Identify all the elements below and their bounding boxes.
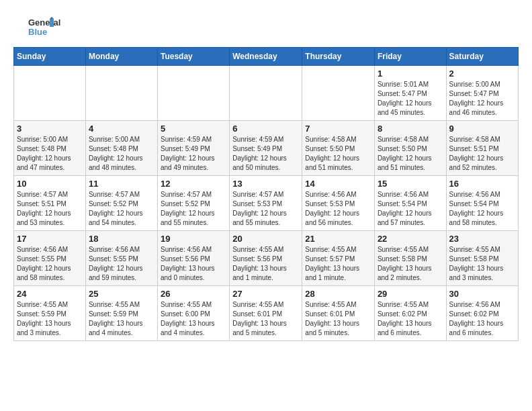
day-info: Sunrise: 4:58 AM Sunset: 5:50 PM Dayligh… [378,135,443,173]
day-number: 24 [17,289,83,299]
calendar-cell: 20Sunrise: 4:55 AM Sunset: 5:56 PM Dayli… [230,231,302,286]
calendar-cell: 25Sunrise: 4:55 AM Sunset: 5:59 PM Dayli… [85,286,157,341]
calendar-cell: 10Sunrise: 4:57 AM Sunset: 5:51 PM Dayli… [14,176,86,231]
calendar-cell: 17Sunrise: 4:56 AM Sunset: 5:55 PM Dayli… [14,231,86,286]
calendar-cell: 19Sunrise: 4:56 AM Sunset: 5:56 PM Dayli… [158,231,230,286]
calendar-week-row: 24Sunrise: 4:55 AM Sunset: 5:59 PM Dayli… [14,286,519,341]
day-info: Sunrise: 5:01 AM Sunset: 5:47 PM Dayligh… [378,80,443,118]
calendar-cell: 28Sunrise: 4:55 AM Sunset: 6:01 PM Dayli… [302,286,375,341]
day-number: 25 [89,289,154,299]
day-info: Sunrise: 5:00 AM Sunset: 5:48 PM Dayligh… [89,135,154,173]
day-number: 29 [378,289,443,299]
day-number: 4 [89,124,154,134]
day-number: 22 [378,234,443,244]
day-number: 5 [161,124,226,134]
svg-marker-2 [50,19,54,27]
calendar-cell: 1Sunrise: 5:01 AM Sunset: 5:47 PM Daylig… [374,66,446,121]
calendar-cell: 6Sunrise: 4:59 AM Sunset: 5:49 PM Daylig… [230,121,302,176]
day-info: Sunrise: 4:55 AM Sunset: 6:00 PM Dayligh… [161,300,226,338]
calendar-body: 1Sunrise: 5:01 AM Sunset: 5:47 PM Daylig… [14,66,519,341]
day-number: 8 [378,124,443,134]
day-info: Sunrise: 4:59 AM Sunset: 5:49 PM Dayligh… [161,135,226,173]
calendar-cell [85,66,157,121]
calendar-cell [230,66,302,121]
day-number: 15 [378,179,443,189]
day-number: 6 [232,124,299,134]
calendar-cell: 23Sunrise: 4:55 AM Sunset: 5:58 PM Dayli… [446,231,518,286]
day-info: Sunrise: 4:57 AM Sunset: 5:52 PM Dayligh… [89,190,154,228]
calendar-cell: 14Sunrise: 4:56 AM Sunset: 5:53 PM Dayli… [302,176,375,231]
calendar-cell: 2Sunrise: 5:00 AM Sunset: 5:47 PM Daylig… [446,66,518,121]
day-number: 9 [449,124,515,134]
logo: General Blue [13,13,67,40]
calendar-cell: 15Sunrise: 4:56 AM Sunset: 5:54 PM Dayli… [374,176,446,231]
calendar-cell: 5Sunrise: 4:59 AM Sunset: 5:49 PM Daylig… [158,121,230,176]
day-info: Sunrise: 4:55 AM Sunset: 6:02 PM Dayligh… [378,300,443,338]
calendar-cell: 22Sunrise: 4:55 AM Sunset: 5:58 PM Dayli… [374,231,446,286]
day-info: Sunrise: 4:55 AM Sunset: 5:56 PM Dayligh… [232,245,299,283]
day-info: Sunrise: 4:57 AM Sunset: 5:52 PM Dayligh… [161,190,226,228]
day-number: 30 [449,289,515,299]
calendar-cell: 18Sunrise: 4:56 AM Sunset: 5:55 PM Dayli… [85,231,157,286]
calendar-cell: 21Sunrise: 4:55 AM Sunset: 5:57 PM Dayli… [302,231,375,286]
day-number: 1 [378,68,443,79]
weekday-header-row: SundayMondayTuesdayWednesdayThursdayFrid… [14,48,519,66]
day-number: 17 [17,234,83,244]
calendar-cell: 3Sunrise: 5:00 AM Sunset: 5:48 PM Daylig… [14,121,86,176]
calendar-cell: 29Sunrise: 4:55 AM Sunset: 6:02 PM Dayli… [374,286,446,341]
day-info: Sunrise: 5:00 AM Sunset: 5:47 PM Dayligh… [449,80,515,118]
calendar-week-row: 1Sunrise: 5:01 AM Sunset: 5:47 PM Daylig… [14,66,519,121]
day-info: Sunrise: 4:56 AM Sunset: 5:55 PM Dayligh… [89,245,154,283]
day-info: Sunrise: 4:55 AM Sunset: 5:58 PM Dayligh… [378,245,443,283]
calendar-cell [14,66,86,121]
day-info: Sunrise: 4:58 AM Sunset: 5:50 PM Dayligh… [305,135,371,173]
calendar-cell [302,66,375,121]
day-number: 27 [232,289,299,299]
calendar-cell: 13Sunrise: 4:57 AM Sunset: 5:53 PM Dayli… [230,176,302,231]
day-number: 13 [232,179,299,189]
calendar-cell: 7Sunrise: 4:58 AM Sunset: 5:50 PM Daylig… [302,121,375,176]
day-number: 10 [17,179,83,189]
day-number: 19 [161,234,226,244]
day-info: Sunrise: 4:56 AM Sunset: 5:54 PM Dayligh… [378,190,443,228]
weekday-header-tuesday: Tuesday [158,48,230,66]
calendar-cell: 27Sunrise: 4:55 AM Sunset: 6:01 PM Dayli… [230,286,302,341]
logo-icon: General Blue [13,13,67,40]
day-info: Sunrise: 5:00 AM Sunset: 5:48 PM Dayligh… [17,135,83,173]
day-number: 7 [305,124,371,134]
day-number: 21 [305,234,371,244]
day-info: Sunrise: 4:55 AM Sunset: 5:58 PM Dayligh… [449,245,515,283]
calendar-cell: 4Sunrise: 5:00 AM Sunset: 5:48 PM Daylig… [85,121,157,176]
day-info: Sunrise: 4:56 AM Sunset: 5:55 PM Dayligh… [17,245,83,283]
day-info: Sunrise: 4:55 AM Sunset: 5:57 PM Dayligh… [305,245,371,283]
day-number: 20 [232,234,299,244]
day-info: Sunrise: 4:56 AM Sunset: 5:53 PM Dayligh… [305,190,371,228]
calendar-cell: 16Sunrise: 4:56 AM Sunset: 5:54 PM Dayli… [446,176,518,231]
page-container: General Blue SundayMondayTuesdayWednesda… [13,13,519,341]
calendar-cell: 11Sunrise: 4:57 AM Sunset: 5:52 PM Dayli… [85,176,157,231]
calendar-week-row: 3Sunrise: 5:00 AM Sunset: 5:48 PM Daylig… [14,121,519,176]
day-info: Sunrise: 4:56 AM Sunset: 5:56 PM Dayligh… [161,245,226,283]
weekday-header-thursday: Thursday [302,48,375,66]
day-number: 18 [89,234,154,244]
weekday-header-sunday: Sunday [14,48,86,66]
calendar-cell: 12Sunrise: 4:57 AM Sunset: 5:52 PM Dayli… [158,176,230,231]
day-info: Sunrise: 4:56 AM Sunset: 6:02 PM Dayligh… [449,300,515,338]
calendar-cell: 26Sunrise: 4:55 AM Sunset: 6:00 PM Dayli… [158,286,230,341]
calendar-cell: 24Sunrise: 4:55 AM Sunset: 5:59 PM Dayli… [14,286,86,341]
day-info: Sunrise: 4:55 AM Sunset: 5:59 PM Dayligh… [17,300,83,338]
day-number: 14 [305,179,371,189]
calendar-week-row: 17Sunrise: 4:56 AM Sunset: 5:55 PM Dayli… [14,231,519,286]
weekday-header-saturday: Saturday [446,48,518,66]
calendar-cell: 9Sunrise: 4:58 AM Sunset: 5:51 PM Daylig… [446,121,518,176]
day-number: 26 [161,289,226,299]
day-info: Sunrise: 4:55 AM Sunset: 6:01 PM Dayligh… [232,300,299,338]
day-number: 16 [449,179,515,189]
day-info: Sunrise: 4:55 AM Sunset: 6:01 PM Dayligh… [305,300,371,338]
weekday-header-wednesday: Wednesday [230,48,302,66]
svg-text:Blue: Blue [28,27,47,37]
calendar-cell: 30Sunrise: 4:56 AM Sunset: 6:02 PM Dayli… [446,286,518,341]
day-number: 11 [89,179,154,189]
day-number: 2 [449,68,515,79]
day-info: Sunrise: 4:59 AM Sunset: 5:49 PM Dayligh… [232,135,299,173]
